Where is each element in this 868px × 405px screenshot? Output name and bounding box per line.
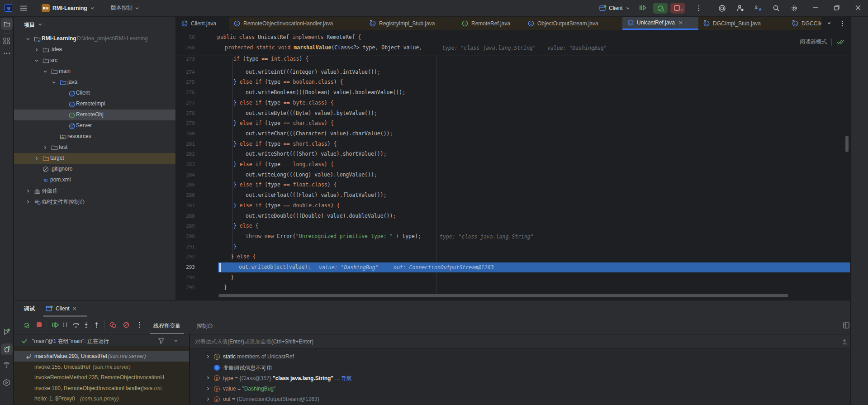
- horizontal-scrollbar[interactable]: [218, 294, 788, 297]
- vcs-widget[interactable]: 版本控制: [111, 0, 140, 16]
- tree-item-main[interactable]: main: [14, 66, 176, 77]
- kebab-menu-icon[interactable]: [136, 321, 142, 329]
- rerun-debug-icon[interactable]: [653, 3, 668, 14]
- tree-item-idea[interactable]: .idea: [14, 44, 176, 55]
- chevron-down-icon[interactable]: [826, 20, 832, 26]
- add-user-icon[interactable]: [736, 5, 744, 12]
- debug-content-tab-threads[interactable]: 线程和变量: [153, 322, 180, 330]
- pause-icon[interactable]: [62, 321, 68, 328]
- tab-remoteobjectinvocationhandlerjava[interactable]: CRemoteObjectInvocationHandler.java: [229, 17, 365, 30]
- tree-item-gitignore[interactable]: .gitignore: [14, 164, 176, 175]
- chevron-down-icon[interactable]: [25, 36, 31, 42]
- debug-session-tab[interactable]: Client: [46, 300, 77, 317]
- frame-row[interactable]: marshalValue:293, UnicastRef (sun.rmi.se…: [14, 351, 189, 362]
- tree-item-remoteobj[interactable]: IRemoteObj: [14, 110, 176, 120]
- translate-button[interactable]: 文A: [754, 5, 763, 13]
- build-hammer-icon[interactable]: [3, 362, 10, 369]
- tree-item-java[interactable]: java: [14, 77, 176, 88]
- step-over-button[interactable]: [72, 321, 80, 329]
- mute-breakpoints-button[interactable]: [123, 321, 130, 330]
- chevron-down-icon[interactable]: [34, 58, 39, 63]
- tab-close-icon[interactable]: [678, 20, 683, 25]
- tab-objectoutputstreamjava[interactable]: CObjectOutputStream.java: [523, 17, 622, 30]
- kebab-menu-icon[interactable]: [696, 5, 702, 12]
- editor[interactable]: 56public class UnicastRef implements Rem…: [176, 30, 850, 300]
- add-user-button[interactable]: [736, 5, 744, 13]
- tab-unicastrefjava[interactable]: CUnicastRef.java: [622, 17, 698, 30]
- rerun-icon[interactable]: [23, 321, 30, 329]
- tab-dgcclien[interactable]: CDGCClien: [787, 17, 821, 30]
- tree-item-remoteimpl[interactable]: CRemoteImpl: [14, 99, 176, 110]
- stop-icon[interactable]: 2: [670, 3, 685, 14]
- resume-button[interactable]: [51, 321, 59, 330]
- search-icon[interactable]: [773, 5, 780, 12]
- tab-close-icon[interactable]: [72, 306, 77, 311]
- run-config-selector[interactable]: Client: [599, 0, 631, 16]
- evaluate-expression-field[interactable]: 对表达式求值(Enter)或添加监视(Ctrl+Shift+Enter): [190, 334, 868, 348]
- tree-item-[interactable]: 临时文件和控制台: [14, 196, 176, 207]
- thread-selector[interactable]: "main"@1 在组"main": 正在运行: [14, 334, 189, 347]
- chevron-right-icon[interactable]: [25, 199, 31, 205]
- tool-strip-commit-button[interactable]: [3, 37, 10, 46]
- tool-strip-build-button[interactable]: [3, 362, 10, 371]
- view-breakpoints-button[interactable]: [109, 321, 117, 330]
- chevron-right-icon[interactable]: [43, 145, 48, 150]
- mentions-button[interactable]: [718, 5, 726, 14]
- folder-icon[interactable]: [4, 21, 10, 28]
- add-watch-button[interactable]: [841, 338, 849, 346]
- close-button[interactable]: [855, 5, 861, 12]
- tool-strip-debug-button[interactable]: [1, 343, 13, 355]
- pause-button[interactable]: [62, 321, 68, 329]
- frame-row[interactable]: hello:-1, $Proxy0 (com.sun.proxy): [14, 394, 189, 404]
- tree-item-src[interactable]: src: [14, 55, 176, 66]
- hamburger-menu-icon[interactable]: [20, 5, 27, 11]
- tab-clientjava[interactable]: CClient.java: [176, 17, 229, 30]
- chevron-right-icon[interactable]: [205, 396, 211, 402]
- settings-button[interactable]: [791, 5, 798, 13]
- tree-item-server[interactable]: CServer: [14, 120, 176, 131]
- tool-strip-run-button[interactable]: [3, 328, 10, 337]
- chevron-right-icon[interactable]: [34, 156, 39, 161]
- tree-item-client[interactable]: CClient: [14, 88, 176, 99]
- run-icon[interactable]: [3, 328, 10, 336]
- step-out-icon[interactable]: [93, 321, 100, 328]
- step-into-button[interactable]: [83, 321, 90, 329]
- tab-list-dropdown[interactable]: [826, 20, 832, 27]
- tree-item-pomxml[interactable]: mpom.xml: [14, 175, 176, 186]
- restore-button[interactable]: [834, 5, 840, 12]
- chevron-right-icon[interactable]: [34, 47, 39, 52]
- tool-strip-more-button[interactable]: [3, 50, 10, 56]
- chevron-right-icon[interactable]: [205, 386, 211, 391]
- chevron-right-icon[interactable]: [205, 375, 211, 381]
- tool-strip-services-button[interactable]: [3, 379, 10, 388]
- resume-button[interactable]: [639, 4, 647, 13]
- debug-content-tab-console[interactable]: 控制台: [197, 322, 213, 330]
- add-watch-icon[interactable]: [841, 338, 849, 345]
- rerun-debug-button[interactable]: [653, 3, 668, 15]
- layout-icon[interactable]: [843, 322, 850, 329]
- tree-item-target[interactable]: target: [14, 153, 176, 164]
- tree-item-resources[interactable]: resources: [14, 131, 176, 142]
- layout-settings-button[interactable]: [843, 322, 850, 330]
- stop-debug-button[interactable]: [36, 321, 43, 329]
- chevron-down-icon[interactable]: [43, 69, 48, 74]
- tab-options-button[interactable]: [839, 20, 845, 29]
- restore-icon[interactable]: [834, 5, 840, 11]
- tab-remoterefjava[interactable]: IRemoteRef.java: [457, 17, 523, 30]
- commit-icon[interactable]: [3, 37, 10, 45]
- debug-more-button[interactable]: [136, 321, 142, 330]
- resume-icon[interactable]: [639, 4, 647, 11]
- filter-icon[interactable]: [158, 338, 165, 344]
- search-button[interactable]: [773, 5, 780, 13]
- debug-icon[interactable]: [3, 345, 11, 353]
- kebab-menu-icon[interactable]: [839, 20, 845, 27]
- tab-registryimpl_stubjava[interactable]: CRegistryImpl_Stub.java: [365, 17, 457, 30]
- stop-icon[interactable]: [36, 321, 43, 328]
- main-menu-button[interactable]: [20, 0, 27, 16]
- tree-item-[interactable]: 外部库: [14, 186, 176, 196]
- tree-item-test[interactable]: test: [14, 142, 176, 153]
- tool-strip-project-button[interactable]: [1, 18, 13, 30]
- services-icon[interactable]: [3, 379, 10, 386]
- tab-dgcimpl_stubjava[interactable]: CDGCImpl_Stub.java: [698, 17, 787, 30]
- chevron-right-icon[interactable]: [205, 354, 211, 359]
